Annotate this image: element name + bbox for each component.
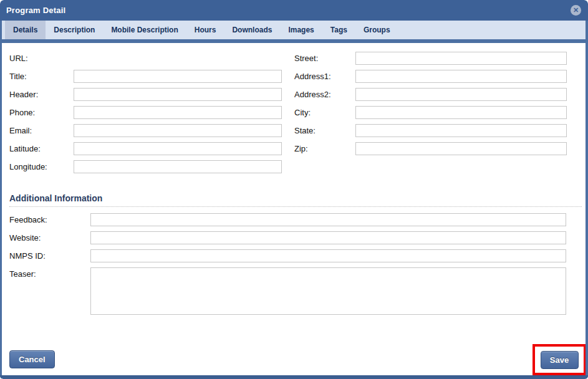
field-row-state: State: — [294, 122, 567, 140]
longitude-label: Longitude: — [9, 162, 74, 171]
field-row-address1: Address1: — [294, 67, 567, 85]
modal-border-left — [0, 21, 2, 379]
url-input-area — [74, 52, 282, 65]
latitude-input[interactable] — [74, 142, 282, 155]
email-input[interactable] — [74, 124, 282, 137]
field-row-zip: Zip: — [294, 140, 567, 158]
close-x-glyph: ✕ — [573, 7, 579, 14]
teaser-textarea[interactable] — [90, 267, 566, 315]
program-detail-dialog: Program Detail ✕ Details Description Mob… — [0, 0, 588, 379]
street-input[interactable] — [355, 52, 567, 65]
tab-downloads[interactable]: Downloads — [224, 21, 280, 39]
dialog-titlebar: Program Detail ✕ — [0, 0, 588, 21]
title-label: Title: — [9, 72, 74, 81]
right-fields-column: Street: Address1: Address2: City: State:… — [294, 49, 567, 158]
header-input[interactable] — [74, 88, 282, 101]
field-row-city: City: — [294, 103, 567, 122]
tab-details[interactable]: Details — [5, 21, 46, 39]
tab-hours[interactable]: Hours — [186, 21, 224, 39]
dialog-title: Program Detail — [6, 6, 65, 15]
website-input[interactable] — [90, 231, 566, 244]
section-divider — [9, 206, 582, 207]
email-label: Email: — [9, 126, 74, 135]
address2-label: Address2: — [294, 90, 355, 99]
phone-label: Phone: — [9, 108, 74, 117]
url-label: URL: — [9, 54, 74, 63]
feedback-input[interactable] — [90, 213, 566, 226]
field-row-header: Header: — [9, 85, 282, 103]
field-row-email: Email: — [9, 122, 282, 140]
website-label: Website: — [9, 233, 90, 242]
tab-bar: Details Description Mobile Description H… — [0, 21, 588, 39]
additional-information-heading: Additional Information — [9, 193, 102, 203]
feedback-label: Feedback: — [9, 215, 90, 224]
field-row-nmps-id: NMPS ID: — [9, 247, 566, 265]
teaser-label: Teaser: — [9, 267, 90, 279]
street-label: Street: — [294, 54, 355, 63]
state-label: State: — [294, 126, 355, 135]
field-row-address2: Address2: — [294, 85, 567, 103]
modal-border-right — [586, 21, 588, 379]
longitude-input[interactable] — [74, 160, 282, 173]
phone-input[interactable] — [74, 106, 282, 119]
state-input[interactable] — [355, 124, 567, 137]
tab-mobile-description[interactable]: Mobile Description — [103, 21, 186, 39]
address1-input[interactable] — [355, 70, 567, 83]
field-row-street: Street: — [294, 49, 567, 67]
tab-description[interactable]: Description — [46, 21, 103, 39]
tab-images[interactable]: Images — [280, 21, 322, 39]
field-row-website: Website: — [9, 229, 566, 247]
zip-label: Zip: — [294, 144, 355, 153]
field-row-title: Title: — [9, 67, 282, 85]
zip-input[interactable] — [355, 142, 567, 155]
field-row-teaser: Teaser: — [9, 267, 566, 315]
nmps-id-label: NMPS ID: — [9, 251, 90, 261]
additional-fields-column: Feedback: Website: NMPS ID: Teaser: — [9, 211, 566, 315]
city-input[interactable] — [355, 106, 567, 119]
latitude-label: Latitude: — [9, 144, 74, 153]
tab-tags[interactable]: Tags — [322, 21, 355, 39]
field-row-phone: Phone: — [9, 103, 282, 122]
tab-groups[interactable]: Groups — [355, 21, 398, 39]
close-icon[interactable]: ✕ — [571, 5, 581, 16]
left-fields-column: URL: Title: Header: Phone: Email: Latitu… — [9, 49, 282, 176]
address1-label: Address1: — [294, 72, 355, 81]
field-row-feedback: Feedback: — [9, 211, 566, 229]
nmps-id-input[interactable] — [90, 249, 566, 262]
title-input[interactable] — [74, 70, 282, 83]
save-button-highlight: Save — [533, 344, 586, 375]
field-row-latitude: Latitude: — [9, 140, 282, 158]
modal-border-bottom — [0, 375, 588, 379]
cancel-button[interactable]: Cancel — [9, 350, 55, 368]
field-row-longitude: Longitude: — [9, 158, 282, 176]
tabstrip-divider — [0, 39, 588, 43]
header-label: Header: — [9, 90, 74, 99]
address2-input[interactable] — [355, 88, 567, 101]
save-button[interactable]: Save — [541, 351, 579, 369]
city-label: City: — [294, 108, 355, 117]
field-row-url: URL: — [9, 49, 282, 67]
